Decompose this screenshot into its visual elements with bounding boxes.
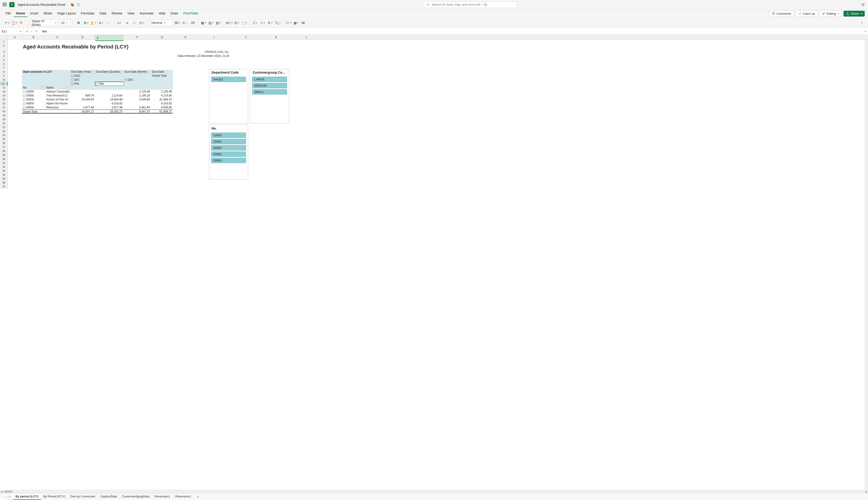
- tab-file[interactable]: File: [3, 10, 13, 17]
- settings-icon[interactable]: [861, 2, 865, 7]
- row-headers[interactable]: 1234567891011121314151617181920212223242…: [0, 39, 8, 189]
- share-button[interactable]: Share▾: [844, 11, 865, 16]
- row-header-5[interactable]: 5: [0, 58, 8, 62]
- delete-cells-button[interactable]: ⊟▾: [234, 20, 240, 26]
- cell-mar[interactable]: [95, 90, 124, 94]
- tab-view[interactable]: View: [125, 10, 137, 17]
- col-header-L[interactable]: L: [291, 35, 322, 39]
- tab-formulas[interactable]: Formulas: [78, 10, 97, 17]
- row-header-14[interactable]: 14: [0, 94, 8, 98]
- col-header-C[interactable]: C: [45, 35, 70, 39]
- sheet-tab[interactable]: CaptionData: [98, 493, 120, 500]
- cell-mar[interactable]: 19,944.69: [95, 98, 124, 102]
- year-col-header[interactable]: Due Date (Year)▾: [70, 70, 95, 74]
- cell-q2[interactable]: 2,190.20: [124, 94, 151, 98]
- catchup-button[interactable]: Catch up: [796, 11, 817, 16]
- cell-total[interactable]: 8,836.80: [151, 105, 173, 110]
- cell-no[interactable]: −50000: [22, 105, 45, 110]
- cell-feb[interactable]: 20,409.93: [70, 98, 95, 102]
- cell-total[interactable]: 2,135.48: [151, 90, 173, 94]
- row-header-6[interactable]: 6: [0, 62, 8, 66]
- cell-no[interactable]: −30000: [22, 98, 45, 102]
- accept-formula-icon[interactable]: ✓: [30, 30, 34, 33]
- quarter-col-header[interactable]: Due Date (Quarter)▾: [95, 70, 124, 74]
- expand-icon[interactable]: +: [71, 83, 74, 85]
- expand-formula-icon[interactable]: ▾: [863, 30, 868, 33]
- cell-feb[interactable]: 2,877.48: [70, 105, 95, 110]
- sheet-tab[interactable]: By Period (FCY): [41, 493, 68, 500]
- sort-filter-button[interactable]: ⇅▾: [267, 20, 273, 26]
- qtr2-label[interactable]: +Qtr2: [124, 78, 151, 82]
- tab-review[interactable]: Review: [109, 10, 124, 17]
- slicer-item[interactable]: SMALL: [252, 89, 287, 94]
- vertical-scrollbar[interactable]: [865, 35, 868, 490]
- row-header-24[interactable]: 24: [0, 133, 8, 137]
- filter-icon[interactable]: ▾: [66, 86, 69, 89]
- col-header-A[interactable]: A: [8, 35, 22, 39]
- row-header-12[interactable]: 12: [0, 86, 8, 90]
- number-format-select[interactable]: General▾: [150, 20, 173, 26]
- comments-button[interactable]: Comments: [769, 11, 794, 16]
- sheet-nav-prev-icon[interactable]: ‹: [4, 495, 5, 498]
- cell-name[interactable]: Relecloud: [45, 105, 70, 110]
- row-header-19[interactable]: 19: [0, 113, 8, 117]
- format-cells-button[interactable]: ⬚▾: [241, 20, 247, 26]
- cell-name[interactable]: Trey Research12: [45, 94, 70, 98]
- sheet-tab[interactable]: By period (LCY): [13, 493, 41, 500]
- currency-button[interactable]: $€▾: [175, 20, 180, 26]
- cell-total[interactable]: 4,214.60: [151, 94, 173, 98]
- sheet-list-icon[interactable]: ≡: [9, 495, 11, 498]
- more-font-button[interactable]: ⋯: [105, 20, 111, 26]
- name-box[interactable]: E11▾: [0, 28, 23, 35]
- slicer-item[interactable]: LARGE: [252, 77, 287, 82]
- row-header-21[interactable]: 21: [0, 121, 8, 125]
- expand-icon[interactable]: +: [124, 79, 127, 81]
- row-header-16[interactable]: 16: [0, 102, 8, 105]
- collapse-icon[interactable]: −: [71, 75, 74, 77]
- col-header-D[interactable]: D: [70, 35, 95, 39]
- row-header-10[interactable]: 10: [0, 78, 8, 82]
- find-button[interactable]: 🔍▾: [275, 20, 280, 26]
- font-family-select[interactable]: Segoe UI (Body)▾: [30, 20, 58, 26]
- row-header-15[interactable]: 15: [0, 98, 8, 102]
- borders-button[interactable]: ⊞▾: [83, 20, 89, 26]
- row-header-36[interactable]: 36: [0, 181, 8, 185]
- sheet-tab[interactable]: CustomerAgingData: [120, 493, 152, 500]
- cell-feb[interactable]: [70, 102, 95, 105]
- format-painter-button[interactable]: [18, 20, 24, 26]
- slicer-item[interactable]: 50000: [211, 158, 246, 163]
- bold-button[interactable]: B: [76, 20, 82, 26]
- col-header-E[interactable]: E: [95, 35, 124, 41]
- cell-name[interactable]: Alpine Ski House: [45, 102, 70, 105]
- sheet-tab[interactable]: Dimension2: [173, 493, 194, 500]
- decrease-decimal-button[interactable]: .0→: [182, 20, 188, 26]
- slicer-customergroup[interactable]: Customergroup Co... LARGEMEDIUMSMALL: [250, 69, 289, 124]
- row-header-17[interactable]: 17: [0, 105, 8, 110]
- row-header-27[interactable]: 27: [0, 145, 8, 149]
- tab-automate[interactable]: Automate: [137, 10, 156, 17]
- cell-styles-button[interactable]: ▧▾: [215, 20, 221, 26]
- filter-icon[interactable]: ▾: [41, 86, 44, 89]
- row-header-7[interactable]: 7: [0, 66, 8, 70]
- tab-data[interactable]: Data: [97, 10, 109, 17]
- slicer-no[interactable]: No. 1000020000300004000050000: [209, 125, 248, 179]
- no-row-header[interactable]: No.▾: [22, 86, 45, 90]
- col-header-F[interactable]: F: [124, 35, 151, 39]
- row-header-32[interactable]: 32: [0, 165, 8, 169]
- slicer-item[interactable]: 20000: [211, 139, 246, 144]
- collapse-icon[interactable]: −: [71, 79, 74, 81]
- collapse-icon[interactable]: −: [23, 94, 25, 97]
- conditional-format-button[interactable]: ▦▾: [200, 20, 207, 26]
- collapse-icon[interactable]: −: [23, 91, 25, 93]
- row-header-9[interactable]: 9: [0, 74, 8, 78]
- search-input[interactable]: Search for tools, help, and more (Alt + …: [424, 1, 517, 8]
- collapse-icon[interactable]: −: [23, 103, 25, 105]
- format-table-button[interactable]: ▥▾: [208, 20, 214, 26]
- sheet-tab[interactable]: Dimension1: [152, 493, 173, 500]
- slicer-department[interactable]: Department Code SALES: [209, 69, 248, 124]
- cell-feb[interactable]: 809.76: [70, 94, 95, 98]
- feb-label[interactable]: +Feb: [70, 82, 95, 86]
- cell-no[interactable]: −10000: [22, 90, 45, 94]
- col-header-I[interactable]: I: [198, 35, 231, 39]
- increase-decimal-button[interactable]: .00: [189, 20, 196, 26]
